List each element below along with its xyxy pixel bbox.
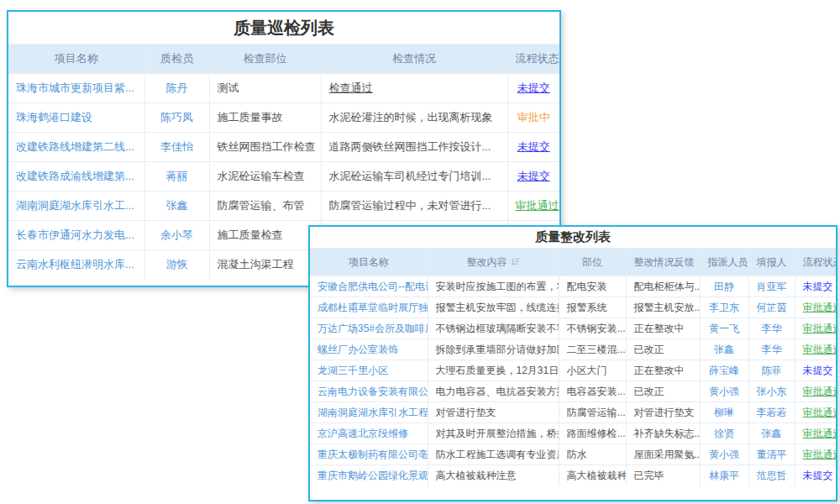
project-name-link[interactable]: 万达广场35#会所及咖啡厅空...	[318, 323, 428, 334]
reporter-link[interactable]: 范思哲	[757, 470, 787, 481]
project-name-link[interactable]: 安徽合肥供电公司--配电设备...	[318, 281, 428, 292]
assignee-link[interactable]: 林康平	[709, 470, 739, 481]
reporter-link[interactable]: 李华	[762, 344, 782, 355]
status-badge[interactable]: 未提交	[517, 140, 550, 153]
part-cell: 防水	[559, 444, 626, 465]
part-text: 路面维修检...	[567, 428, 626, 439]
project-name-link[interactable]: 云南电力设备安装有限公司20...	[318, 386, 428, 397]
project-name-link[interactable]: 重庆太极制药有限公司亳州中...	[318, 449, 428, 460]
reporter-link[interactable]: 李华	[762, 323, 782, 334]
project-name-cell: 长春市伊通河水力发电...	[8, 221, 144, 250]
rectify-feedback-cell: 屋面采用聚氨...	[626, 444, 700, 465]
check-part-text: 测试	[218, 81, 239, 94]
inspection-header-row: 项目名称质检员检查部位检查情况流程状态	[8, 45, 559, 74]
inspector-link[interactable]: 张鑫	[166, 199, 188, 212]
part-text: 防腐管运输...	[567, 407, 626, 418]
project-name-link[interactable]: 京沪高速北京段维修	[318, 428, 408, 439]
inspector-link[interactable]: 陈巧凤	[160, 111, 193, 123]
status-badge[interactable]: 审批通过	[803, 344, 837, 355]
inspector-link[interactable]: 蒋丽	[166, 170, 188, 182]
project-name-link[interactable]: 重庆市鹅岭公园绿化景观提升...	[318, 470, 428, 481]
reporter-cell: 肖亚军	[748, 276, 795, 297]
status-badge[interactable]: 审批通过	[803, 323, 837, 334]
assignee-cell: 黄小强	[700, 381, 748, 402]
reporter-cell: 董清平	[748, 444, 795, 465]
reporter-link[interactable]: 张鑫	[762, 428, 782, 439]
status-badge[interactable]: 未提交	[517, 170, 550, 182]
assignee-link[interactable]: 李卫东	[709, 302, 739, 313]
rectify-feedback-text: 配电柜柜体与...	[634, 281, 701, 292]
flow-status-cell: 未提交	[795, 465, 836, 486]
project-name-link[interactable]: 成都杜甫草堂临时展厅独立展...	[318, 302, 428, 313]
project-name-link[interactable]: 珠海鹤港口建设	[16, 111, 92, 123]
rectify-content-text: 防水工程施工选调有专业资质...	[436, 449, 559, 460]
rectify-content-text: 大理石质量更换，12月31日之...	[436, 365, 559, 376]
reporter-link[interactable]: 肖亚军	[757, 281, 787, 292]
inspector-cell: 陈丹	[144, 74, 209, 103]
inspector-link[interactable]: 陈丹	[166, 81, 188, 94]
assignee-link[interactable]: 黄小强	[709, 449, 739, 460]
assignee-link[interactable]: 黄小强	[709, 386, 739, 397]
project-name-link[interactable]: 长春市伊通河水力发电...	[16, 228, 134, 241]
status-badge[interactable]: 审批通过	[803, 449, 837, 460]
column-header-label: 检查部位	[244, 52, 287, 65]
assignee-link[interactable]: 田静	[714, 281, 734, 292]
part-cell: 电容器安装...	[559, 381, 626, 402]
project-name-link[interactable]: 湖南洞庭湖水库引水工...	[16, 199, 134, 212]
status-badge[interactable]: 审批通过	[516, 199, 559, 212]
rectify-content-cell: 高大植被栽种注意	[428, 465, 559, 486]
rectify-feedback-text: 补齐缺失标志...	[634, 428, 701, 439]
part-text: 高大植被栽种	[567, 470, 627, 481]
inspection-table-title: 质量巡检列表	[8, 12, 559, 44]
status-badge[interactable]: 未提交	[803, 470, 833, 481]
assignee-link[interactable]: 黄一飞	[709, 323, 739, 334]
inspector-link[interactable]: 游恢	[166, 258, 188, 270]
reporter-link[interactable]: 董清平	[757, 449, 787, 460]
project-name-link[interactable]: 改建铁路线增建第二线...	[16, 140, 134, 153]
reporter-link[interactable]: 张小东	[757, 386, 787, 397]
rectify-feedback-text: 正在整改中	[634, 365, 685, 376]
column-header: 流程状态	[795, 249, 836, 276]
status-badge[interactable]: 审批通过	[803, 386, 837, 397]
inspector-link[interactable]: 李佳怡	[160, 140, 193, 153]
sort-icon[interactable]	[511, 257, 520, 266]
column-header: 检查部位	[209, 45, 321, 74]
assignee-link[interactable]: 张鑫	[714, 344, 734, 355]
project-name-cell: 京沪高速北京段维修	[310, 423, 428, 444]
status-badge[interactable]: 审批通过	[803, 428, 837, 439]
status-badge[interactable]: 未提交	[517, 81, 550, 94]
project-name-link[interactable]: 湖南洞庭湖水库引水工程施工I标	[318, 407, 428, 418]
project-name-cell: 珠海市城市更新项目紫...	[8, 74, 144, 103]
assignee-link[interactable]: 薛宝峰	[709, 365, 739, 376]
project-name-link[interactable]: 珠海市城市更新项目紫...	[16, 81, 134, 94]
rectify-content-cell: 电力电容器、电抗器安装方案...	[428, 381, 559, 402]
rectification-table-title: 质量整改列表	[310, 227, 836, 248]
table-row: 湖南洞庭湖水库引水工...张鑫防腐管运输、布管防腐管运输过程中，未对管进行...…	[8, 192, 559, 221]
quality-rectification-panel: 质量整改列表 项目名称整改内容部位整改情况反馈指派人员填报人流程状态 安徽合肥供…	[308, 225, 837, 501]
part-cell: 高大植被栽种	[559, 465, 626, 486]
inspector-link[interactable]: 余小琴	[160, 228, 193, 241]
project-name-link[interactable]: 云南水利枢纽潜明水库...	[16, 258, 134, 270]
project-name-cell: 安徽合肥供电公司--配电设备...	[310, 276, 428, 297]
reporter-link[interactable]: 李若若	[757, 407, 787, 418]
column-header[interactable]: 整改内容	[428, 249, 559, 276]
column-header: 流程状态	[507, 45, 559, 74]
assignee-link[interactable]: 柳琳	[714, 407, 734, 418]
status-badge[interactable]: 审批通过	[803, 302, 837, 313]
column-header: 部位	[559, 249, 626, 276]
flow-status-cell: 审批通过	[795, 339, 836, 360]
project-name-link[interactable]: 龙湖三千里小区	[318, 365, 388, 376]
assignee-cell: 林康平	[700, 465, 748, 486]
status-badge[interactable]: 审批中	[517, 111, 550, 123]
status-badge[interactable]: 未提交	[803, 365, 833, 376]
reporter-link[interactable]: 陈菲	[762, 365, 782, 376]
inspector-cell: 李佳怡	[144, 133, 209, 162]
project-name-link[interactable]: 螺丝厂办公室装饰	[318, 344, 398, 355]
status-badge[interactable]: 审批通过	[803, 407, 837, 418]
reporter-link[interactable]: 何芷茵	[757, 302, 787, 313]
assignee-link[interactable]: 徐贤	[714, 428, 734, 439]
assignee-cell: 黄小强	[700, 444, 748, 465]
status-badge[interactable]: 未提交	[803, 281, 833, 292]
project-name-cell: 成都杜甫草堂临时展厅独立展...	[310, 297, 428, 318]
project-name-link[interactable]: 改建铁路成渝线增建第...	[16, 170, 134, 182]
